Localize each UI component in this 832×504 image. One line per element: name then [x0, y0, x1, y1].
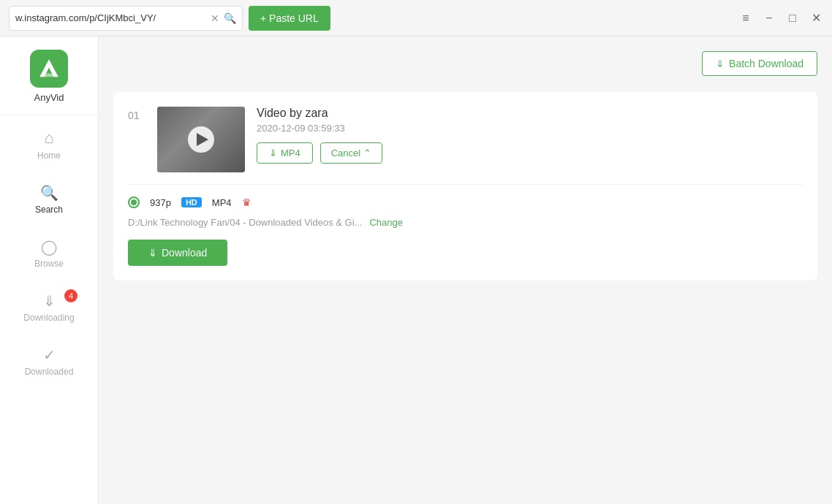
svg-marker-1 [42, 73, 56, 77]
mp4-button[interactable]: ⇓ MP4 [257, 142, 313, 164]
save-path-text: D:/Link Technology Fan/04 - Downloaded V… [128, 217, 362, 228]
minimize-button[interactable]: − [762, 11, 776, 26]
logo-svg [37, 57, 61, 80]
video-date: 2020-12-09 03:59:33 [257, 123, 803, 134]
mp4-label: MP4 [281, 148, 300, 159]
url-text: w.instagram.com/p/CIjKMbci_VY/ [15, 12, 206, 23]
quality-row: 937p HD MP4 ♛ [128, 196, 803, 208]
change-path-link[interactable]: Change [369, 217, 403, 228]
downloading-label: Downloading [23, 313, 74, 323]
cancel-button[interactable]: Cancel ⌃ [320, 142, 382, 164]
video-header: 01 Video by zara 2020-12-09 03:59:33 ⇓ M… [128, 107, 803, 185]
app-name: AnyVid [34, 92, 64, 103]
sidebar: AnyVid ⌂ Home 🔍 Search ◯ Browse ⇓ 4 Down… [0, 37, 99, 504]
menu-button[interactable]: ≡ [738, 11, 753, 26]
url-bar[interactable]: w.instagram.com/p/CIjKMbci_VY/ ✕ 🔍 [9, 6, 243, 31]
maximize-button[interactable]: □ [785, 11, 800, 26]
cancel-chevron-icon: ⌃ [363, 148, 371, 159]
download-options: 937p HD MP4 ♛ D:/Link Technology Fan/04 … [128, 185, 803, 266]
sidebar-item-search[interactable]: 🔍 Search [0, 171, 98, 225]
sidebar-item-downloading[interactable]: ⇓ 4 Downloading [0, 279, 98, 333]
close-button[interactable]: ✕ [809, 11, 823, 26]
content-area: ⇓ Batch Download 01 Video by zara 2020-1… [99, 37, 832, 504]
home-icon: ⌂ [44, 129, 53, 148]
titlebar: w.instagram.com/p/CIjKMbci_VY/ ✕ 🔍 + Pas… [0, 0, 832, 37]
downloaded-icon: ✓ [43, 346, 56, 364]
browse-label: Browse [34, 259, 64, 269]
path-row: D:/Link Technology Fan/04 - Downloaded V… [128, 217, 803, 228]
downloaded-label: Downloaded [25, 367, 74, 377]
video-thumbnail[interactable] [157, 107, 245, 172]
mp4-download-icon: ⇓ [269, 148, 277, 159]
quality-label: 937p [150, 197, 171, 208]
batch-download-button[interactable]: ⇓ Batch Download [702, 51, 817, 76]
video-meta: Video by zara 2020-12-09 03:59:33 ⇓ MP4 … [257, 107, 803, 164]
app-logo: AnyVid [0, 37, 99, 115]
url-close-button[interactable]: ✕ [211, 13, 219, 23]
radio-inner [131, 199, 137, 205]
downloading-icon: ⇓ [43, 292, 56, 310]
search-nav-icon: 🔍 [40, 184, 58, 202]
downloading-badge: 4 [64, 289, 77, 302]
window-controls: ≡ − □ ✕ [738, 11, 823, 26]
main-layout: AnyVid ⌂ Home 🔍 Search ◯ Browse ⇓ 4 Down… [0, 37, 832, 504]
search-label: Search [35, 205, 63, 215]
sidebar-item-downloaded[interactable]: ✓ Downloaded [0, 333, 98, 387]
download-button[interactable]: ⇓ Download [128, 240, 227, 266]
quality-radio[interactable] [128, 196, 140, 208]
premium-crown-icon: ♛ [242, 196, 252, 208]
home-label: Home [37, 150, 61, 161]
play-button-overlay[interactable] [188, 126, 214, 153]
sidebar-item-home[interactable]: ⌂ Home [0, 115, 98, 171]
format-label: MP4 [212, 197, 232, 208]
browse-icon: ◯ [41, 238, 57, 256]
download-btn-icon: ⇓ [148, 247, 157, 259]
app-logo-icon [30, 50, 68, 88]
paste-url-button[interactable]: + Paste URL [249, 6, 330, 31]
batch-download-icon: ⇓ [716, 58, 725, 69]
video-number: 01 [128, 107, 145, 121]
cancel-label: Cancel [331, 148, 360, 159]
hd-badge: HD [181, 197, 202, 207]
play-triangle-icon [197, 133, 208, 146]
video-actions: ⇓ MP4 Cancel ⌃ [257, 142, 803, 164]
video-card: 01 Video by zara 2020-12-09 03:59:33 ⇓ M… [113, 92, 817, 280]
download-btn-label: Download [162, 247, 207, 259]
search-icon: 🔍 [224, 12, 236, 24]
video-title: Video by zara [257, 107, 803, 120]
sidebar-item-browse[interactable]: ◯ Browse [0, 225, 98, 279]
batch-download-label: Batch Download [729, 58, 803, 69]
